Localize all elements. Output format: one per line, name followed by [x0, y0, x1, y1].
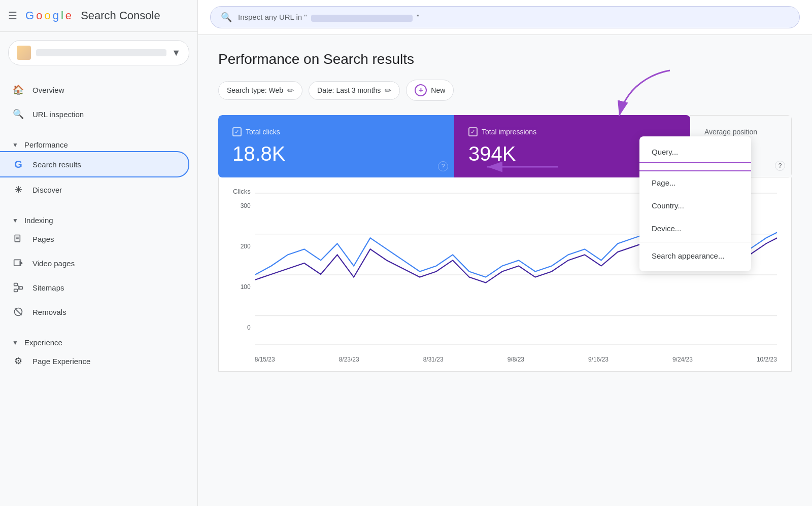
- sitemaps-label: Sitemaps: [32, 283, 64, 292]
- indexing-section-header[interactable]: ▼ Indexing: [0, 210, 197, 227]
- search-results-label: Search results: [32, 160, 81, 169]
- app-logo: Google Google Search Console Search Cons…: [25, 9, 160, 22]
- svg-rect-7: [14, 289, 18, 292]
- y-100: 100: [241, 283, 251, 291]
- dropdown-item-page[interactable]: Page...: [639, 171, 751, 194]
- sidebar-item-sitemaps[interactable]: Sitemaps: [0, 275, 189, 300]
- nav-indexing-section: ▼ Indexing Pages Video pages: [0, 206, 197, 328]
- discover-label: Discover: [32, 186, 62, 194]
- chevron-icon: ▼: [12, 339, 18, 346]
- page-experience-icon: ⚙: [12, 355, 24, 367]
- filter-dropdown-menu: Query... Page... Country... Device... Se…: [639, 136, 751, 271]
- property-selector[interactable]: ▼: [8, 40, 189, 65]
- svg-line-11: [15, 308, 21, 315]
- google-g-icon: G: [12, 158, 24, 170]
- pages-label: Pages: [32, 235, 54, 243]
- new-filter-button[interactable]: + New: [406, 80, 454, 101]
- impressions-label: ✓ Total impressions: [468, 127, 676, 136]
- y-200: 200: [241, 243, 251, 250]
- dropdown-item-search-appearance[interactable]: Search appearance...: [639, 244, 751, 267]
- new-label: New: [431, 86, 445, 94]
- performance-label: Performance: [24, 140, 68, 149]
- pages-icon: [12, 233, 24, 245]
- date-filter[interactable]: Date: Last 3 months ✏: [309, 81, 400, 100]
- clicks-card: ✓ Total clicks 18.8K ?: [218, 115, 454, 177]
- chevron-icon: ▼: [12, 141, 18, 149]
- dropdown-item-device[interactable]: Device...: [639, 217, 751, 240]
- page-experience-label: Page Experience: [32, 357, 90, 366]
- sidebar-item-removals[interactable]: Removals: [0, 300, 189, 324]
- help-icon[interactable]: ?: [775, 161, 785, 171]
- removals-icon: [12, 306, 24, 318]
- chevron-down-icon: ▼: [172, 48, 181, 58]
- search-type-filter[interactable]: Search type: Web ✏: [218, 81, 302, 100]
- search-url-redacted: [311, 15, 413, 22]
- edit-icon: ✏: [385, 86, 391, 95]
- video-pages-label: Video pages: [32, 259, 75, 268]
- experience-label: Experience: [24, 338, 62, 347]
- date-range-label: Date: Last 3 months: [317, 86, 381, 94]
- experience-section-header[interactable]: ▼ Experience: [0, 332, 197, 349]
- hamburger-icon[interactable]: ☰: [8, 10, 17, 22]
- x-label-4: 9/8/23: [507, 356, 524, 363]
- sidebar-item-search-results[interactable]: G Search results: [0, 151, 189, 177]
- sidebar-item-overview[interactable]: 🏠 Overview: [0, 78, 189, 102]
- sidebar-item-video-pages[interactable]: Video pages: [0, 251, 189, 275]
- y-axis: Clicks 300 200 100 0: [233, 188, 251, 331]
- property-avatar: [17, 46, 31, 60]
- x-label-1: 8/15/23: [255, 356, 275, 363]
- video-pages-icon: [12, 257, 24, 269]
- svg-marker-4: [20, 262, 22, 265]
- x-label-7: 10/2/23: [757, 356, 777, 363]
- chevron-icon: ▼: [12, 217, 18, 224]
- impressions-checkbox[interactable]: ✓: [468, 127, 478, 136]
- sidebar-item-discover[interactable]: ✳ Discover: [0, 177, 189, 202]
- filter-bar: Search type: Web ✏ Date: Last 3 months ✏…: [218, 80, 792, 101]
- nav-main: 🏠 Overview 🔍 URL inspection: [0, 74, 197, 130]
- sidebar: ☰ Google Google Search Console Search Co…: [0, 0, 198, 506]
- url-inspection-label: URL inspection: [32, 110, 84, 119]
- sitemaps-icon: [12, 281, 24, 294]
- search-placeholder: Inspect any URL in " ": [238, 13, 419, 21]
- x-label-2: 8/23/23: [339, 356, 359, 363]
- top-bar: 🔍 Inspect any URL in " ": [198, 0, 812, 35]
- page-title: Performance on Search results: [218, 51, 792, 67]
- dropdown-item-query[interactable]: Query...: [639, 140, 751, 171]
- dropdown-item-country[interactable]: Country...: [639, 194, 751, 217]
- search-icon: 🔍: [12, 108, 24, 120]
- clicks-checkbox[interactable]: ✓: [232, 127, 242, 136]
- plus-circle-icon: +: [415, 84, 427, 96]
- search-type-label: Search type: Web: [227, 86, 283, 94]
- dropdown-divider: [639, 242, 751, 242]
- removals-label: Removals: [32, 308, 66, 316]
- x-label-3: 8/31/23: [423, 356, 444, 363]
- svg-rect-6: [19, 286, 23, 289]
- y-300: 300: [241, 202, 251, 209]
- x-label-6: 9/24/23: [672, 356, 693, 363]
- sidebar-item-url-inspection[interactable]: 🔍 URL inspection: [0, 102, 189, 126]
- indexing-label: Indexing: [24, 216, 53, 225]
- nav-experience-section: ▼ Experience ⚙ Page Experience: [0, 328, 197, 377]
- performance-section-header[interactable]: ▼ Performance: [0, 134, 197, 151]
- overview-label: Overview: [32, 86, 64, 94]
- sidebar-item-pages[interactable]: Pages: [0, 227, 189, 251]
- search-bar[interactable]: 🔍 Inspect any URL in " ": [210, 6, 800, 28]
- x-label-5: 9/16/23: [588, 356, 608, 363]
- y-axis-label: Clicks: [233, 188, 251, 195]
- position-label: Average position: [704, 128, 777, 136]
- svg-line-8: [17, 284, 19, 288]
- nav-performance-section: ▼ Performance G Search results ✳ Discove…: [0, 130, 197, 206]
- search-icon: 🔍: [221, 12, 232, 23]
- clicks-label: ✓ Total clicks: [232, 127, 440, 136]
- page-body: Performance on Search results Search typ…: [198, 35, 812, 506]
- asterisk-icon: ✳: [12, 184, 24, 196]
- clicks-value: 18.8K: [232, 142, 440, 165]
- property-name-redacted: [36, 49, 166, 56]
- home-icon: 🏠: [12, 84, 24, 96]
- main-content: 🔍 Inspect any URL in " " Performance on …: [198, 0, 812, 506]
- sidebar-item-page-experience[interactable]: ⚙ Page Experience: [0, 349, 189, 373]
- x-axis-labels: 8/15/23 8/23/23 8/31/23 9/8/23 9/16/23 9…: [255, 352, 777, 371]
- svg-rect-5: [14, 283, 18, 286]
- help-icon[interactable]: ?: [438, 161, 448, 171]
- edit-icon: ✏: [287, 86, 294, 95]
